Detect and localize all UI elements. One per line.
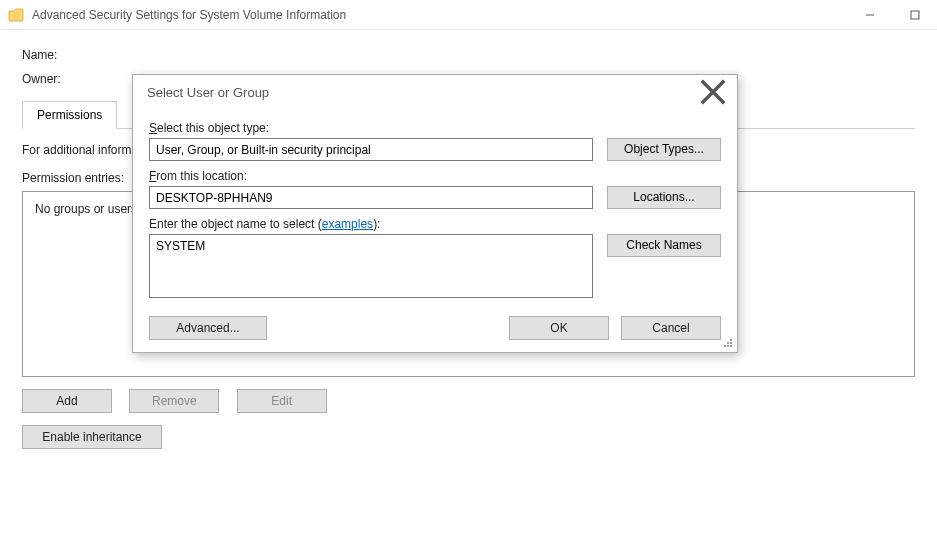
edit-button: Edit	[237, 389, 327, 413]
owner-label: Owner:	[22, 72, 132, 86]
check-names-button[interactable]: Check Names	[607, 234, 721, 257]
svg-rect-1	[911, 11, 919, 19]
name-label: Name:	[22, 48, 132, 62]
close-button[interactable]	[699, 78, 727, 106]
minimize-button[interactable]	[847, 0, 892, 29]
resize-grip-icon[interactable]	[722, 337, 734, 349]
dialog-titlebar: Select User or Group	[133, 75, 737, 109]
location-field[interactable]	[149, 186, 593, 209]
svg-rect-7	[724, 345, 726, 347]
examples-link[interactable]: examples	[322, 217, 373, 231]
cancel-button[interactable]: Cancel	[621, 316, 721, 340]
enable-inheritance-button[interactable]: Enable inheritance	[22, 425, 162, 449]
svg-rect-8	[727, 345, 729, 347]
object-type-label: Select this object type:	[149, 121, 721, 135]
remove-button: Remove	[129, 389, 219, 413]
locations-button[interactable]: Locations...	[607, 186, 721, 209]
window-controls	[847, 0, 937, 29]
svg-rect-5	[727, 342, 729, 344]
svg-rect-9	[730, 345, 732, 347]
ok-button[interactable]: OK	[509, 316, 609, 340]
close-icon	[699, 78, 727, 106]
enter-object-name-label: Enter the object name to select (example…	[149, 217, 721, 231]
object-types-button[interactable]: Object Types...	[607, 138, 721, 161]
folder-icon	[8, 8, 24, 22]
tab-permissions[interactable]: Permissions	[22, 101, 117, 129]
parent-window-titlebar: Advanced Security Settings for System Vo…	[0, 0, 937, 30]
select-user-group-dialog: Select User or Group Select this object …	[132, 74, 738, 353]
parent-window-title: Advanced Security Settings for System Vo…	[32, 8, 847, 22]
maximize-button[interactable]	[892, 0, 937, 29]
dialog-title: Select User or Group	[147, 85, 699, 100]
svg-rect-4	[730, 339, 732, 341]
add-button[interactable]: Add	[22, 389, 112, 413]
object-type-field[interactable]	[149, 138, 593, 161]
object-name-input[interactable]	[149, 234, 593, 298]
location-label: From this location:	[149, 169, 721, 183]
svg-rect-6	[730, 342, 732, 344]
advanced-button[interactable]: Advanced...	[149, 316, 267, 340]
